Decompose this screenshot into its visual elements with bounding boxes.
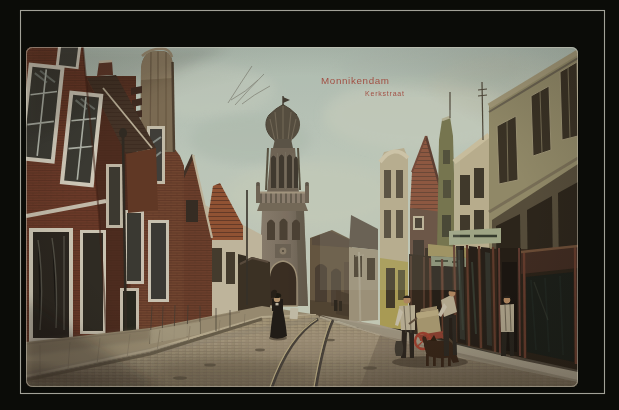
svg-text:Monnikendam: Monnikendam [321, 75, 389, 86]
svg-text:Kerkstraat: Kerkstraat [365, 90, 404, 97]
